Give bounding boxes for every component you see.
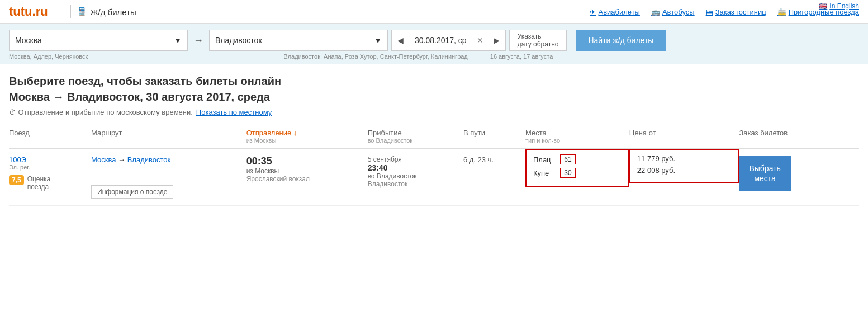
seat-row-1: Плац 61 — [533, 154, 622, 164]
depart-station: Ярославский вокзал — [246, 175, 363, 183]
to-hints: Владивосток, Анапа, Роза Хутор, Санкт-Пе… — [283, 53, 467, 60]
arrive-date: 5 сентября — [368, 156, 459, 163]
from-input[interactable]: Москва ▼ — [9, 30, 188, 51]
info-button[interactable]: Информация о поезде — [91, 185, 173, 199]
results-table: Поезд Маршрут Отправление ↓ из Москвы Пр… — [9, 124, 859, 206]
seat-type-2: Купе — [533, 169, 557, 177]
date-prev-button[interactable]: ◀ — [392, 31, 409, 49]
nav-hotels[interactable]: 🛏 Заказ гостиниц — [706, 8, 766, 16]
route-to-link[interactable]: Владивосток — [127, 156, 171, 164]
duration: 6 д. 23 ч. — [463, 156, 494, 164]
route-from-link[interactable]: Москва — [91, 156, 116, 164]
duration-cell: 6 д. 23 ч. — [463, 149, 525, 206]
direction-arrow: → — [191, 35, 206, 46]
to-clear-icon: ▼ — [374, 36, 382, 45]
language-link[interactable]: 🇬🇧 In English — [819, 2, 859, 10]
section-label: 🚆 Ж/д билеты — [77, 7, 136, 17]
arrive-city: во Владивосток — [368, 172, 459, 180]
date-clear-icon[interactable]: ✕ — [472, 31, 488, 49]
train-icon: 🚆 — [77, 7, 87, 17]
seats-box: Плац 61 Купе 30 — [525, 149, 629, 187]
price-row-1: 11 779 руб. — [637, 154, 732, 163]
search-bar: Москва ▼ → Владивосток ▼ ◀ 30.08.2017, с… — [0, 24, 868, 64]
arrive-time: 23:40 — [368, 163, 459, 172]
tram-icon: 🚋 — [777, 8, 786, 16]
main-content: Выберите поезд, чтобы заказать билеты он… — [0, 64, 868, 206]
rating-label: Оценка поезда — [27, 175, 51, 191]
header: tutu.ru 🚆 Ж/д билеты ✈ Авиабилеты 🚌 Авто… — [0, 0, 868, 24]
train-type: Эл. рег. — [9, 164, 87, 171]
header-divider — [70, 5, 71, 18]
date-value[interactable]: 30.08.2017, ср — [409, 36, 472, 45]
logo-area: tutu.ru — [9, 4, 48, 19]
plane-icon: ✈ — [590, 8, 596, 16]
date-hints: 16 августа, 17 августа — [490, 53, 553, 60]
rating-badge: 7,5 — [9, 175, 24, 185]
logo[interactable]: tutu.ru — [9, 4, 48, 19]
seats-cell: Плац 61 Купе 30 — [525, 149, 629, 206]
seat-row-2: Купе 30 — [533, 168, 622, 178]
search-row: Москва ▼ → Владивосток ▼ ◀ 30.08.2017, с… — [9, 30, 859, 51]
order-cell: Выбрать места — [739, 149, 859, 206]
seat-count-2: 30 — [560, 168, 576, 178]
search-hints: Москва, Адлер, Черняховск Владивосток, А… — [9, 53, 859, 60]
route-cell: Москва → Владивосток Информация о поезде — [91, 149, 246, 206]
to-input[interactable]: Владивосток ▼ — [209, 30, 388, 51]
local-time-link[interactable]: Показать по местному — [196, 108, 272, 116]
departure-cell: 00:35 из Москвы Ярославский вокзал — [246, 149, 368, 206]
arrive-station: Владивосток — [368, 180, 459, 188]
search-button[interactable]: Найти ж/д билеты — [576, 30, 666, 51]
page-title: Выберите поезд, чтобы заказать билеты он… — [9, 73, 859, 105]
return-date-input[interactable]: Указать дату обратно — [509, 30, 567, 51]
from-clear-icon: ▼ — [174, 36, 182, 45]
price-cell: 11 779 руб. 22 008 руб. — [629, 149, 739, 206]
nav-flights[interactable]: ✈ Авиабилеты — [590, 8, 639, 16]
seat-type-1: Плац — [533, 156, 557, 164]
bus-icon: 🚌 — [651, 8, 660, 16]
price-box: 11 779 руб. 22 008 руб. — [629, 149, 739, 183]
flag-icon: 🇬🇧 — [819, 2, 827, 10]
date-next-button[interactable]: ▶ — [488, 31, 505, 49]
col-arrival: Прибытие во Владивосток — [368, 124, 463, 149]
arrival-cell: 5 сентября 23:40 во Владивосток Владивос… — [368, 149, 463, 206]
depart-sub: из Москвы — [246, 167, 363, 175]
col-duration: В пути — [463, 124, 525, 149]
from-hints: Москва, Адлер, Черняховск — [9, 53, 88, 60]
col-train: Поезд — [9, 124, 91, 149]
hotel-icon: 🛏 — [706, 8, 713, 16]
col-departure[interactable]: Отправление ↓ из Москвы — [246, 124, 368, 149]
seat-count-1: 61 — [560, 154, 576, 164]
train-number-cell: 100Э Эл. рег. 7,5 Оценка поезда — [9, 149, 91, 206]
date-control: ◀ 30.08.2017, ср ✕ ▶ — [391, 30, 506, 51]
depart-time: 00:35 — [246, 156, 363, 167]
train-number-link[interactable]: 100Э — [9, 156, 87, 164]
col-price: Цена от — [629, 124, 739, 149]
col-order: Заказ билетов — [739, 124, 859, 149]
price-row-2: 22 008 руб. — [637, 166, 732, 175]
col-route: Маршрут — [91, 124, 246, 149]
col-seats: Места тип и кол-во — [525, 124, 629, 149]
time-note: ⏱ Отправление и прибытие по московскому … — [9, 108, 859, 116]
table-row: 100Э Эл. рег. 7,5 Оценка поезда Москва →… — [9, 149, 859, 206]
nav-buses[interactable]: 🚌 Автобусы — [651, 8, 695, 16]
select-seats-button[interactable]: Выбрать места — [739, 156, 790, 191]
